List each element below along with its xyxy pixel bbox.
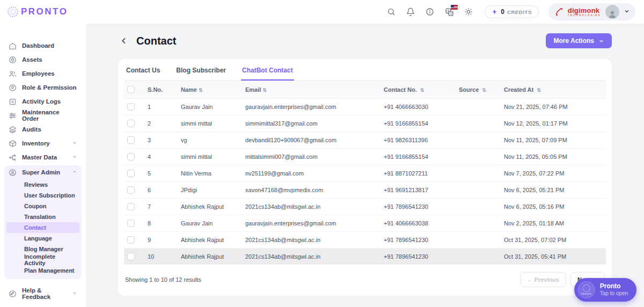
user-avatar[interactable] xyxy=(605,5,619,19)
contacts-table: S.No. Name⇅ Email⇅ Contact No. ⇅ Source … xyxy=(124,81,606,265)
page-header: Contact More Actions xyxy=(118,33,612,48)
sidebar-item-label: Maintenance Order xyxy=(22,109,77,122)
row-checkbox[interactable] xyxy=(127,186,135,194)
select-all-checkbox[interactable] xyxy=(127,86,135,93)
chevron-down-icon xyxy=(72,140,77,147)
chat-widget-title: Pronto xyxy=(600,282,628,290)
pronto-logo-text: PRONTO xyxy=(21,6,68,17)
sort-icon[interactable]: ⇅ xyxy=(262,87,267,93)
sort-icon[interactable]: ⇅ xyxy=(537,87,541,93)
table-row[interactable]: 4 simmi mittal mittalsimmi007@gmail.com … xyxy=(124,149,606,165)
theme-sun-icon[interactable] xyxy=(461,4,476,19)
sidebar-subitem-language[interactable]: Language xyxy=(6,233,79,244)
cell-name: Abhishek Rajput xyxy=(178,199,242,215)
tab-contact-us[interactable]: Contact Us xyxy=(125,67,161,81)
sidebar-item-assets[interactable]: Assets xyxy=(4,53,82,67)
account-menu[interactable]: digimonk TECHNOLOGIES xyxy=(548,3,635,20)
employees-icon xyxy=(9,70,17,78)
back-chevron-icon[interactable] xyxy=(118,35,130,47)
sidebar-subitem-contact[interactable]: Contact xyxy=(6,222,79,233)
tab-chatbot-contact[interactable]: ChatBot Contact xyxy=(241,67,294,81)
sidebar-item-super-admin[interactable]: Super Admin xyxy=(4,165,82,179)
notification-bell-icon[interactable] xyxy=(403,4,418,19)
table-row[interactable]: 6 JPdigi xavon47168@mvpmedix.com +91 969… xyxy=(124,182,606,199)
column-created[interactable]: Created At ⇅ xyxy=(501,81,606,99)
sidebar-nav: Dashboard Assets Employees Ro xyxy=(4,39,82,164)
table-row[interactable]: 10 Abhishek Rajput 2021cs134ab@mitsgwl.a… xyxy=(124,248,606,265)
cell-email: 2021cs134ab@mitsgwl.ac.in xyxy=(242,232,380,248)
previous-page-button[interactable]: ← Previous xyxy=(520,272,567,287)
sort-icon[interactable]: ⇅ xyxy=(420,87,425,93)
tab-blog-subscriber[interactable]: Blog Subscriber xyxy=(175,67,227,81)
sidebar-subitem-plan-management[interactable]: Plan Management xyxy=(6,265,79,276)
credits-count: 0 xyxy=(501,8,504,16)
table-row[interactable]: 5 Nitin Verma nv251199@gmail.com +91 887… xyxy=(124,165,606,182)
sidebar-subitem-blog-manager[interactable]: Blog Manager xyxy=(6,244,79,254)
sidebar-subitem-coupon[interactable]: Coupon xyxy=(6,201,79,211)
table-row[interactable]: 7 Abhishek Rajput 2021cs134ab@mitsgwl.ac… xyxy=(124,199,606,215)
row-checkbox[interactable] xyxy=(127,153,135,160)
sidebar-item-label: Help & Feedback xyxy=(22,287,67,300)
row-checkbox[interactable] xyxy=(127,103,135,111)
sidebar-subitem-label: Coupon xyxy=(24,203,47,209)
chevron-down-icon xyxy=(72,154,77,160)
search-icon[interactable] xyxy=(384,4,399,19)
sidebar-subitem-translation[interactable]: Translation xyxy=(6,211,79,222)
sidebar-item-dashboard[interactable]: Dashboard xyxy=(4,39,82,53)
table-row[interactable]: 8 Gaurav Jain gauravjain.enterprises@gma… xyxy=(124,215,606,232)
sidebar-subitem-reviews[interactable]: Reviews xyxy=(6,179,79,190)
cell-name: Abhishek Rajput xyxy=(178,232,242,248)
row-checkbox[interactable] xyxy=(127,136,135,144)
cell-source xyxy=(456,115,501,132)
row-checkbox[interactable] xyxy=(127,120,135,127)
sidebar-subitem-label: Language xyxy=(24,235,52,242)
sidebar-item-role-permission[interactable]: Role & Permission xyxy=(4,81,82,94)
column-source[interactable]: Source ⇅ xyxy=(456,81,501,99)
cell-contact: +91 7896541230 xyxy=(380,232,456,248)
sidebar-item-master-data[interactable]: Master Data xyxy=(4,150,82,164)
language-translate-icon[interactable]: A文 xyxy=(442,4,457,19)
table-row[interactable]: 1 Gaurav Jain gauravjain.enterprises@gma… xyxy=(124,99,606,115)
table-row[interactable]: 2 simmi mittal simmimittal317@gmail.com … xyxy=(124,115,606,132)
pronto-chat-logo-icon: PRONTO xyxy=(578,281,595,298)
pronto-chat-widget[interactable]: PRONTO Pronto Tap to open xyxy=(574,278,636,302)
more-actions-button[interactable]: More Actions xyxy=(546,33,612,48)
sort-icon[interactable]: ⇅ xyxy=(482,87,486,93)
sidebar-item-inventory[interactable]: Inventory xyxy=(4,136,82,150)
table-row[interactable]: 9 Abhishek Rajput 2021cs134ab@mitsgwl.ac… xyxy=(124,232,606,248)
table-row[interactable]: 3 vg devbandil120+909067@gmail.com +91 9… xyxy=(124,132,606,149)
column-name[interactable]: Name⇅ xyxy=(178,81,242,99)
row-checkbox[interactable] xyxy=(127,203,135,210)
row-checkbox[interactable] xyxy=(127,236,135,244)
pronto-logo[interactable]: PRONTO xyxy=(8,6,68,17)
sidebar-item-activity-logs[interactable]: Activity Logs xyxy=(4,94,82,108)
cell-source xyxy=(456,149,501,165)
sidebar-subitem-user-subscription[interactable]: User Subscription xyxy=(6,190,79,201)
credits-label: CREDITS xyxy=(507,9,532,15)
cell-source xyxy=(456,165,501,182)
cell-name: Abhishek Rajput xyxy=(178,248,242,265)
info-icon[interactable] xyxy=(422,4,437,19)
sidebar-item-audits[interactable]: Audits xyxy=(4,122,82,136)
row-checkbox[interactable] xyxy=(127,253,135,260)
tab-bar: Contact Us Blog Subscriber ChatBot Conta… xyxy=(124,59,606,81)
digimonk-logo-icon xyxy=(555,7,564,17)
sidebar-item-maintenance-order[interactable]: Maintenance Order xyxy=(4,108,82,122)
cell-source xyxy=(456,182,501,199)
sidebar-subitem-label: Reviews xyxy=(24,181,48,188)
sidebar-item-label: Employees xyxy=(22,70,55,77)
credits-badge[interactable]: 0 CREDITS xyxy=(485,5,539,18)
cell-source xyxy=(456,199,501,215)
sort-icon[interactable]: ⇅ xyxy=(199,87,203,93)
sidebar-item-employees[interactable]: Employees xyxy=(4,67,82,81)
row-checkbox[interactable] xyxy=(127,220,135,227)
sidebar-item-help-feedback[interactable]: Help & Feedback xyxy=(4,287,82,301)
row-checkbox[interactable] xyxy=(127,170,135,177)
sidebar-item-label: Role & Permission xyxy=(22,84,77,91)
column-contact[interactable]: Contact No. ⇅ xyxy=(380,81,456,99)
cell-contact: +91 9826311396 xyxy=(380,132,456,149)
sidebar-subitem-incomplete-activity[interactable]: Incomplete Activity xyxy=(6,254,79,265)
cell-name: vg xyxy=(178,132,242,149)
column-email[interactable]: Email⇅ xyxy=(242,81,380,99)
account-chevron-down-icon[interactable] xyxy=(624,7,630,17)
